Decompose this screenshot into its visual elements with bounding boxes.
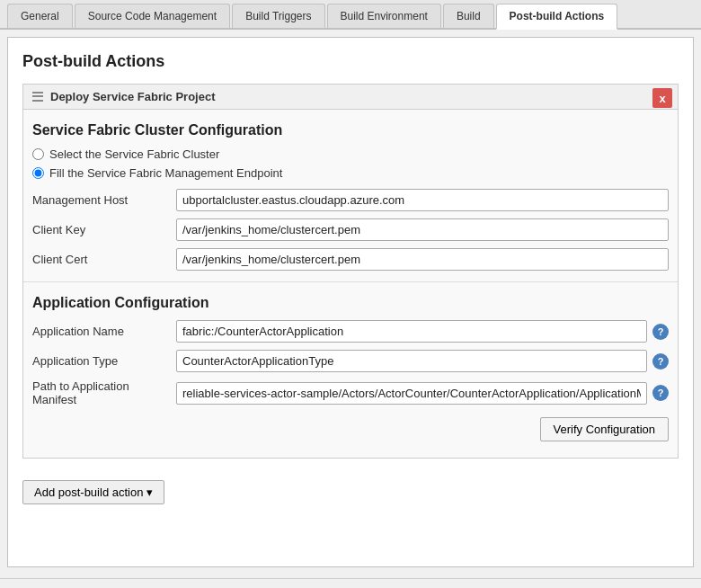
dropdown-arrow-icon: ▾ bbox=[146, 486, 153, 499]
add-action-label: Add post-build action bbox=[34, 486, 143, 499]
app-name-input[interactable] bbox=[176, 320, 647, 343]
app-form-section: Application Name ? Application Type ? Pa… bbox=[23, 320, 678, 406]
app-type-label: Application Type bbox=[32, 354, 176, 368]
app-manifest-input[interactable] bbox=[176, 382, 647, 405]
app-manifest-label: Path to Application Manifest bbox=[32, 379, 176, 406]
verify-row: Verify Configuration bbox=[23, 414, 678, 449]
radio-select-item: Select the Service Fabric Cluster bbox=[32, 147, 669, 161]
tab-build-triggers[interactable]: Build Triggers bbox=[232, 4, 324, 28]
deploy-panel-header: Deploy Service Fabric Project x bbox=[23, 85, 678, 110]
main-content: Post-build Actions Deploy Service Fabric… bbox=[7, 37, 694, 567]
app-name-row: Application Name ? bbox=[32, 320, 669, 343]
client-key-label: Client Key bbox=[32, 223, 176, 236]
app-manifest-row: Path to Application Manifest ? bbox=[32, 379, 669, 406]
app-type-help-icon[interactable]: ? bbox=[652, 353, 669, 370]
client-cert-row: Client Cert bbox=[32, 248, 669, 271]
app-name-help-icon[interactable]: ? bbox=[652, 324, 669, 340]
cluster-config-title: Service Fabric Cluster Configuration bbox=[23, 122, 678, 138]
tab-scm[interactable]: Source Code Management bbox=[75, 4, 230, 28]
client-cert-input[interactable] bbox=[176, 248, 669, 271]
verify-configuration-button[interactable]: Verify Configuration bbox=[540, 417, 669, 441]
radio-select-label[interactable]: Select the Service Fabric Cluster bbox=[49, 147, 219, 161]
inner-panel: Service Fabric Cluster Configuration Sel… bbox=[23, 122, 678, 458]
bottom-bar: Save Apply bbox=[0, 578, 701, 588]
add-post-build-action-button[interactable]: Add post-build action ▾ bbox=[22, 480, 164, 504]
management-host-label: Management Host bbox=[32, 193, 176, 207]
radio-fill-label[interactable]: Fill the Service Fabric Management Endpo… bbox=[49, 166, 282, 180]
app-type-input[interactable] bbox=[176, 350, 647, 372]
app-type-row: Application Type ? bbox=[32, 350, 669, 372]
close-deploy-button[interactable]: x bbox=[652, 88, 672, 108]
tab-build[interactable]: Build bbox=[443, 4, 494, 28]
client-key-row: Client Key bbox=[32, 218, 669, 241]
app-config-title: Application Configuration bbox=[23, 295, 678, 311]
page-title: Post-build Actions bbox=[22, 52, 679, 71]
radio-group: Select the Service Fabric Cluster Fill t… bbox=[23, 147, 678, 180]
cluster-form-section: Management Host Client Key Client Cert bbox=[23, 189, 678, 271]
management-host-row: Management Host bbox=[32, 189, 669, 211]
tab-general[interactable]: General bbox=[7, 4, 73, 28]
client-key-input[interactable] bbox=[176, 218, 669, 241]
drag-handle bbox=[32, 91, 43, 103]
radio-select[interactable] bbox=[32, 148, 44, 160]
deploy-panel-title: Deploy Service Fabric Project bbox=[50, 90, 216, 103]
client-cert-label: Client Cert bbox=[32, 253, 176, 266]
deploy-panel: Deploy Service Fabric Project x Service … bbox=[22, 84, 679, 459]
radio-fill[interactable] bbox=[32, 167, 44, 179]
radio-fill-item: Fill the Service Fabric Management Endpo… bbox=[32, 166, 669, 180]
tab-bar: GeneralSource Code ManagementBuild Trigg… bbox=[0, 0, 701, 30]
tab-post-build[interactable]: Post-build Actions bbox=[496, 4, 618, 30]
management-host-input[interactable] bbox=[176, 189, 669, 211]
tab-build-env[interactable]: Build Environment bbox=[327, 4, 441, 28]
app-name-label: Application Name bbox=[32, 325, 176, 338]
app-manifest-help-icon[interactable]: ? bbox=[652, 385, 669, 401]
